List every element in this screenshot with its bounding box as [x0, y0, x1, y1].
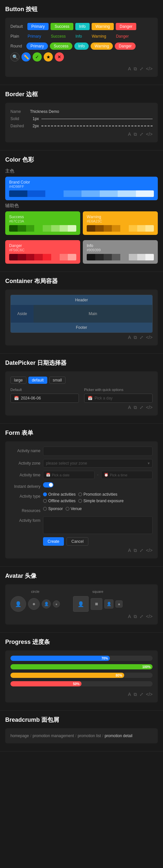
avatar-toolbar-code-icon[interactable]: </> — [146, 614, 153, 619]
dp-toolbar-code-icon[interactable]: </> — [146, 405, 153, 410]
form-toolbar-code-icon[interactable]: </> — [146, 548, 153, 553]
progress-row-4: 50% — [10, 681, 153, 686]
border-section: Border 边框 Name Thickness Demo Solid 1px … — [0, 85, 163, 151]
radio-promotion[interactable]: Promotion activities — [78, 492, 117, 497]
d-sw-7 — [60, 254, 68, 260]
form-cancel-button[interactable]: Cancel — [67, 537, 88, 546]
btn-icon-edit[interactable]: ✏️ — [22, 52, 31, 62]
d-sw-8 — [68, 254, 76, 260]
btn-danger-default[interactable]: Danger — [116, 23, 136, 30]
aux-color-subtitle: 辅助色 — [5, 203, 158, 209]
radio-online[interactable]: Online activities — [43, 492, 76, 497]
progress-toolbar-expand-icon[interactable]: ⤢ — [139, 692, 144, 697]
bc-item-promotion-list[interactable]: promotion list — [78, 734, 101, 738]
avatar-toolbar-expand-icon[interactable]: ⤢ — [139, 614, 144, 619]
border-toolbar-code-icon[interactable]: </> — [146, 131, 153, 137]
brand-swatch-3 — [45, 190, 64, 197]
form-label-time: Activity time — [10, 471, 43, 477]
form-toolbar-text-icon[interactable]: A — [128, 548, 131, 553]
dp-tab-large[interactable]: large — [10, 377, 27, 384]
btn-danger-plain[interactable]: Danger — [112, 33, 133, 40]
btn-danger-round[interactable]: Danger — [115, 42, 135, 50]
form-toggle-delivery[interactable] — [43, 482, 53, 488]
btn-warning-round[interactable]: Warning — [91, 42, 113, 50]
toolbar-copy-icon[interactable]: ⧉ — [134, 66, 137, 72]
form-toolbar-copy-icon[interactable]: ⧉ — [134, 548, 137, 553]
form-input-name[interactable] — [43, 446, 153, 456]
radio-brand-dot — [78, 499, 82, 503]
btn-icon-check[interactable]: ✓ — [33, 52, 42, 62]
container-toolbar-text-icon[interactable]: A — [128, 335, 131, 340]
radio-brand[interactable]: Simple brand exposure — [78, 499, 124, 503]
w-sw-5 — [120, 225, 129, 231]
s-sw-5 — [43, 225, 51, 231]
btn-primary-default[interactable]: Primary — [27, 23, 49, 30]
radio-venue[interactable]: Venue — [66, 506, 82, 511]
dp-tab-default[interactable]: default — [28, 377, 47, 384]
form-time-input[interactable]: ⏰ Pick a time — [101, 471, 153, 479]
progress-toolbar-copy-icon[interactable]: ⧉ — [134, 692, 137, 697]
success-swatches — [9, 225, 76, 231]
container-toolbar-expand-icon[interactable]: ⤢ — [139, 335, 144, 340]
container-section: Container 布局容器 Header Aside Main Footer … — [0, 272, 163, 354]
btn-success-round[interactable]: Success — [50, 42, 72, 50]
btn-info-default[interactable]: Info — [75, 23, 90, 30]
progress-section: Progress 进度条 70% 100% 80% 50% A ⧉ ⤢ </> — [0, 633, 163, 711]
form-label-delivery: Instant delivery — [10, 482, 43, 489]
btn-success-default[interactable]: Success — [50, 23, 73, 30]
dp-default-input[interactable]: 📅 2024-06-06 — [10, 394, 79, 403]
toolbar-expand-icon[interactable]: ⤢ — [139, 66, 144, 72]
form-date-input[interactable]: 📅 Pick a date — [43, 471, 94, 479]
btn-warning-plain[interactable]: Warning — [88, 33, 110, 40]
info-swatches — [87, 254, 154, 260]
avatar-square-label: square — [73, 590, 123, 593]
form-label-zone: Activity zone — [10, 459, 43, 466]
btn-warning-default[interactable]: Warning — [92, 23, 114, 30]
progress-row-1: 70% — [10, 656, 153, 661]
btn-icon-search[interactable]: 🔍 — [10, 52, 19, 62]
form-toolbar-expand-icon[interactable]: ⤢ — [139, 548, 144, 553]
dp-toolbar-text-icon[interactable]: A — [128, 405, 131, 410]
container-header: Header — [11, 295, 152, 305]
dp-toolbar-expand-icon[interactable]: ⤢ — [139, 405, 144, 410]
avatar-groups: circle 👤 ● 👤 ● square 👤 ■ 👤 ■ — [10, 590, 153, 612]
radio-sponsor[interactable]: Sponsor — [43, 506, 63, 511]
bc-item-promotion-mgmt[interactable]: promotion management — [33, 734, 74, 738]
border-solid-label: Solid — [10, 117, 30, 121]
form-textarea-activity[interactable] — [43, 516, 153, 534]
btn-info-plain[interactable]: Info — [71, 33, 86, 40]
border-toolbar-text-icon[interactable]: A — [128, 131, 131, 137]
btn-icon-delete[interactable]: ✕ — [55, 52, 64, 62]
progress-toolbar-code-icon[interactable]: </> — [146, 692, 153, 697]
form-row-activity-form: Activity form — [10, 516, 153, 534]
container-toolbar-copy-icon[interactable]: ⧉ — [134, 335, 137, 340]
border-toolbar-copy-icon[interactable]: ⧉ — [134, 131, 137, 137]
avatar-toolbar-copy-icon[interactable]: ⧉ — [134, 614, 137, 619]
container-toolbar-code-icon[interactable]: </> — [146, 335, 153, 340]
dp-picker-input[interactable]: 📅 Pick a day — [84, 394, 153, 403]
btn-success-plain[interactable]: Success — [47, 33, 70, 40]
form-create-button[interactable]: Create — [43, 537, 64, 546]
toolbar-text-icon[interactable]: A — [128, 66, 131, 72]
bc-item-homepage[interactable]: homepage — [10, 734, 29, 738]
progress-bg-4: 50% — [10, 681, 153, 686]
btn-primary-plain[interactable]: Primary — [24, 33, 45, 40]
radio-online-dot — [43, 492, 47, 496]
dp-tab-small[interactable]: small — [49, 377, 66, 384]
datepicker-row: Default 📅 2024-06-06 Picker with quick o… — [10, 388, 153, 403]
btn-info-round[interactable]: Info — [74, 42, 89, 50]
avatar-toolbar-text-icon[interactable]: A — [128, 614, 131, 619]
dp-toolbar-copy-icon[interactable]: ⧉ — [134, 405, 137, 410]
toolbar-code-icon[interactable]: </> — [146, 66, 153, 72]
radio-offline[interactable]: Offline activities — [43, 499, 76, 503]
success-color-hex: #67C23A — [9, 219, 76, 223]
primary-color-subtitle: 主色 — [5, 168, 158, 174]
form-select-zone[interactable]: please select your zone ▾ — [43, 459, 153, 468]
avatar-circle-group: circle 👤 ● 👤 ● — [10, 590, 60, 612]
i-sw-1 — [87, 254, 95, 260]
border-toolbar-expand-icon[interactable]: ⤢ — [139, 131, 144, 137]
avatar-square-lg: ■ — [91, 598, 103, 610]
btn-icon-star[interactable]: ★ — [44, 52, 53, 62]
btn-primary-round[interactable]: Primary — [27, 42, 48, 50]
progress-toolbar-text-icon[interactable]: A — [128, 692, 131, 697]
